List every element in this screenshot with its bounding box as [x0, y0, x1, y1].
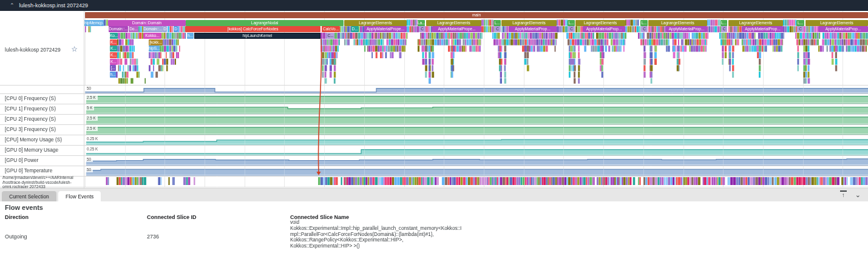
timeline-slice[interactable]: Do... [129, 26, 138, 32]
timeline-slice[interactable]: K... [110, 45, 117, 52]
timeline-slice[interactable]: K... [110, 39, 117, 45]
timeline-slice[interactable]: D [163, 26, 167, 32]
flow-direction-cell: Outgoing [5, 234, 27, 240]
track-label-gpu-power[interactable]: [GPU 0] Power [0, 155, 86, 166]
timeline-slice[interactable]: D [174, 26, 178, 32]
timeline-slice[interactable]: LagrangeElements [805, 20, 868, 26]
track-label-roctracer[interactable]: /home/jrmadsen/devel/c++/AARInternal /ho… [0, 175, 84, 189]
timeline-slice[interactable]: [kokkos] CalcForceForNodes [185, 26, 320, 32]
star-icon[interactable]: ☆ [71, 43, 78, 55]
tab-current-selection[interactable]: Current Selection [2, 191, 56, 202]
process-track-name: lulesh-kokkosp 2072429 [0, 47, 61, 53]
track-label-gpu-memory[interactable]: [GPU 0] Memory Usage [0, 145, 86, 155]
timeline-slice[interactable]: ApplyMaterialPrope... [364, 26, 407, 32]
tab-flow-events[interactable]: Flow Events [58, 191, 101, 202]
timeline-slice[interactable]: Domain::... [109, 26, 128, 32]
track-label-process[interactable]: lulesh-kokkosp 2072429 ☆ [0, 42, 84, 57]
timeline-slice[interactable]: main [85, 12, 868, 18]
timeline-slice[interactable]: ApplyMaterialProp... [742, 26, 783, 32]
track-group-title: lulesh-kokkosp.inst 2072429 [19, 2, 89, 8]
counter-value-chip: 5 K [85, 105, 94, 110]
timeline-slice[interactable]: C [419, 26, 426, 32]
timeline-slice[interactable]: K... [110, 52, 117, 58]
counter-value-chip: 0.25 K [85, 136, 100, 141]
flow-slice-id-cell: 2736 [147, 234, 159, 240]
timeline-slice[interactable]: hipMemcp... [84, 20, 104, 26]
timeline-slice[interactable]: C [494, 26, 501, 32]
chevron-down-icon[interactable]: ⌄ [855, 190, 861, 199]
timeline-area: lulesh-kokkosp 2072429 ☆ [CPU 0] Frequen… [0, 11, 868, 188]
timeline-slice[interactable]: C... [327, 33, 334, 39]
timeline-slice[interactable]: LagrangeElements [728, 20, 783, 26]
details-tab-strip: Current Selection Flow Events ↑ ⌄ [0, 188, 868, 201]
track-group-header[interactable]: ⌃ lulesh-kokkosp.inst 2072429 [0, 0, 868, 11]
timeline-slice[interactable]: ApplyMaterialPrope... [432, 26, 481, 32]
timeline-slice[interactable]: CalcVo... [322, 26, 340, 32]
selected-slice[interactable]: hipLaunchKernel [194, 33, 320, 39]
timeline-slice[interactable]: hipS... [149, 45, 160, 52]
timeline-slice[interactable]: Domain::... [143, 26, 163, 32]
column-header-slice-id: Connected Slice ID [147, 214, 197, 220]
timeline-slice[interactable]: L... [640, 20, 648, 26]
counter-value-chip: 50 [85, 86, 93, 91]
timeline-slice[interactable]: C [641, 26, 648, 32]
track-label-cpu3-frequency[interactable]: [CPU 3] Frequency (S) [0, 124, 86, 135]
timeline-slice[interactable]: ApplyMaterialProp... [509, 26, 557, 32]
timeline-slice[interactable]: Kokko... [143, 33, 161, 39]
timeline-slice[interactable]: ApplyMaterialProp... [818, 26, 868, 32]
vertical-align-top-icon[interactable]: ↑ [840, 190, 847, 199]
timeline-slice[interactable]: C [797, 26, 804, 32]
timeline-slice[interactable]: L... [568, 20, 575, 26]
timeline-slice[interactable]: L... [493, 20, 501, 26]
track-label-cpu-memory[interactable]: [CPU] Memory Usage (S) [0, 135, 86, 145]
timeline-slice[interactable]: LagrangeElements [426, 20, 481, 26]
column-header-direction: Direction [5, 214, 29, 220]
flow-slice-name-cell: void Kokkos::Experimental::Impl::hip_par… [290, 220, 461, 249]
timeline-slice[interactable]: LagrangeElements [575, 20, 625, 26]
track-labels-column: lulesh-kokkosp 2072429 ☆ [CPU 0] Frequen… [0, 11, 84, 188]
counter-value-chip: 50 [85, 157, 93, 162]
timeline-slice[interactable]: D... [351, 26, 359, 32]
timeline-slice[interactable]: K... [110, 59, 117, 65]
track-label-cpu1-frequency[interactable]: [CPU 1] Frequency (S) [0, 104, 86, 114]
counter-value-chip: 2.5 K [85, 115, 98, 121]
timeline-slice[interactable]: L... [721, 20, 727, 26]
panel-heading: Flow events [5, 204, 43, 211]
slices-layer: mainhipMemcp...Domain::DomainLagrangeNod… [84, 11, 868, 188]
track-label-cpu2-frequency[interactable]: [CPU 2] Frequency (S) [0, 114, 86, 124]
collapse-chevron-up-icon[interactable]: ⌃ [10, 2, 15, 8]
timeline-slice[interactable]: C [721, 26, 727, 32]
timeline-slice[interactable]: ApplyMaterialProp... [583, 26, 625, 32]
timeline-slice[interactable]: LagrangeElements [344, 20, 407, 26]
counter-value-chip: 2.5 K [85, 95, 98, 100]
counter-value-chip: 50 [85, 167, 93, 172]
timeline-slice[interactable]: Ko... [110, 33, 118, 39]
track-label-gpu-temperature[interactable]: [GPU 0] Temperature [0, 166, 86, 176]
timeline-slice[interactable]: Domain::Domain [108, 20, 186, 26]
counter-value-chip: 2.5 K [85, 126, 98, 131]
track-label-cpu0-frequency[interactable]: [CPU 0] Frequency (S) [0, 93, 86, 104]
timeline-slice[interactable]: ApplyMaterialProp... [666, 26, 707, 32]
timeline-slice[interactable]: [... [110, 65, 116, 71]
timeline-slice[interactable]: LagrangeNodal [186, 20, 344, 26]
timeline-slice[interactable]: C [568, 26, 575, 32]
timeline-slice[interactable]: [kokk... [149, 39, 163, 45]
timeline-slice[interactable]: h... [110, 72, 116, 78]
timeline-slice[interactable]: La... [418, 20, 425, 26]
timeline-slice[interactable]: LagrangeElements [648, 20, 707, 26]
timeline-slice[interactable]: L... [796, 20, 804, 26]
timeline-slice[interactable]: LagrangeElements [501, 20, 557, 26]
flow-events-panel: Flow events Direction Connected Slice ID… [0, 201, 868, 256]
counter-value-chip: 0.25 K [85, 146, 100, 152]
timeline-slice[interactable]: h... [187, 33, 194, 39]
